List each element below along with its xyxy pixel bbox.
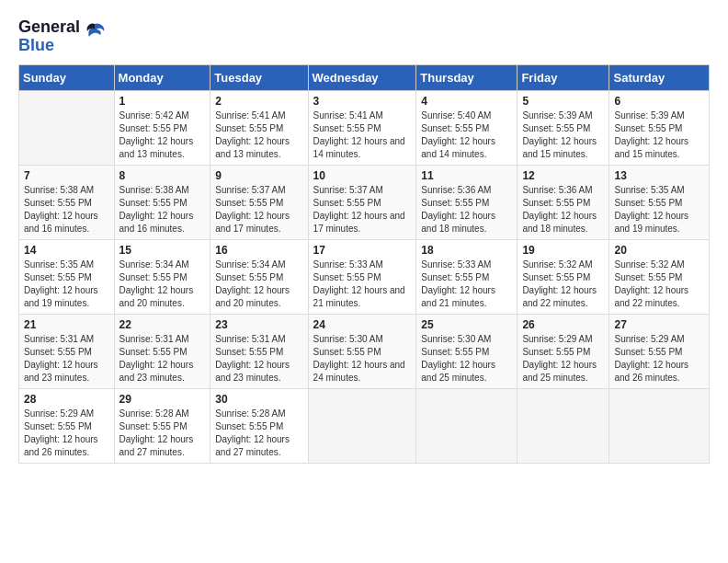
day-info: Sunrise: 5:30 AMSunset: 5:55 PMDaylight:… [421, 333, 512, 385]
day-cell: 26Sunrise: 5:29 AMSunset: 5:55 PMDayligh… [518, 314, 609, 388]
day-cell: 22Sunrise: 5:31 AMSunset: 5:55 PMDayligh… [114, 314, 210, 388]
week-row-3: 21Sunrise: 5:31 AMSunset: 5:55 PMDayligh… [19, 314, 710, 388]
day-cell: 17Sunrise: 5:33 AMSunset: 5:55 PMDayligh… [308, 239, 416, 314]
day-info: Sunrise: 5:31 AMSunset: 5:55 PMDaylight:… [24, 333, 109, 385]
day-info: Sunrise: 5:33 AMSunset: 5:55 PMDaylight:… [313, 259, 412, 310]
week-row-0: 1Sunrise: 5:42 AMSunset: 5:55 PMDaylight… [19, 90, 710, 165]
day-info: Sunrise: 5:29 AMSunset: 5:55 PMDaylight:… [614, 333, 704, 385]
header-day-thursday: Thursday [416, 64, 518, 90]
day-number: 26 [522, 318, 604, 331]
day-cell: 16Sunrise: 5:34 AMSunset: 5:55 PMDayligh… [210, 239, 308, 314]
day-cell: 2Sunrise: 5:41 AMSunset: 5:55 PMDaylight… [210, 90, 308, 165]
day-info: Sunrise: 5:34 AMSunset: 5:55 PMDaylight:… [215, 259, 302, 310]
header-day-saturday: Saturday [609, 64, 710, 90]
day-cell: 25Sunrise: 5:30 AMSunset: 5:55 PMDayligh… [416, 314, 518, 388]
day-info: Sunrise: 5:38 AMSunset: 5:55 PMDaylight:… [119, 184, 206, 236]
logo-general: General [18, 18, 80, 37]
day-cell: 5Sunrise: 5:39 AMSunset: 5:55 PMDaylight… [518, 90, 609, 165]
day-number: 14 [24, 244, 109, 257]
week-row-1: 7Sunrise: 5:38 AMSunset: 5:55 PMDaylight… [19, 165, 710, 239]
day-info: Sunrise: 5:31 AMSunset: 5:55 PMDaylight:… [215, 333, 302, 385]
day-number: 2 [215, 95, 302, 108]
day-info: Sunrise: 5:37 AMSunset: 5:55 PMDaylight:… [313, 184, 412, 236]
day-cell: 29Sunrise: 5:28 AMSunset: 5:55 PMDayligh… [114, 388, 210, 463]
day-info: Sunrise: 5:37 AMSunset: 5:55 PMDaylight:… [215, 184, 302, 236]
day-cell [308, 388, 416, 463]
header-day-wednesday: Wednesday [308, 64, 416, 90]
day-cell: 12Sunrise: 5:36 AMSunset: 5:55 PMDayligh… [518, 165, 609, 239]
day-cell: 7Sunrise: 5:38 AMSunset: 5:55 PMDaylight… [19, 165, 115, 239]
day-number: 30 [215, 393, 302, 406]
day-number: 5 [522, 95, 604, 108]
day-number: 8 [119, 169, 206, 182]
week-row-4: 28Sunrise: 5:29 AMSunset: 5:55 PMDayligh… [19, 388, 710, 463]
day-info: Sunrise: 5:41 AMSunset: 5:55 PMDaylight:… [215, 109, 302, 161]
day-cell: 30Sunrise: 5:28 AMSunset: 5:55 PMDayligh… [210, 388, 308, 463]
day-cell [416, 388, 518, 463]
day-number: 23 [215, 318, 302, 331]
day-number: 10 [313, 169, 412, 182]
day-cell: 13Sunrise: 5:35 AMSunset: 5:55 PMDayligh… [609, 165, 710, 239]
day-cell: 19Sunrise: 5:32 AMSunset: 5:55 PMDayligh… [518, 239, 609, 314]
calendar-header-row: SundayMondayTuesdayWednesdayThursdayFrid… [19, 64, 710, 90]
day-info: Sunrise: 5:41 AMSunset: 5:55 PMDaylight:… [313, 109, 412, 161]
day-number: 4 [421, 95, 512, 108]
day-number: 13 [614, 169, 704, 182]
day-number: 29 [119, 393, 206, 406]
day-number: 6 [614, 95, 704, 108]
day-number: 11 [421, 169, 512, 182]
day-info: Sunrise: 5:33 AMSunset: 5:55 PMDaylight:… [421, 259, 512, 310]
day-cell: 6Sunrise: 5:39 AMSunset: 5:55 PMDaylight… [609, 90, 710, 165]
day-info: Sunrise: 5:28 AMSunset: 5:55 PMDaylight:… [215, 408, 302, 459]
day-info: Sunrise: 5:35 AMSunset: 5:55 PMDaylight:… [614, 184, 704, 236]
logo: General Blue [18, 18, 108, 55]
day-number: 1 [119, 95, 206, 108]
day-info: Sunrise: 5:31 AMSunset: 5:55 PMDaylight:… [119, 333, 206, 385]
day-cell: 23Sunrise: 5:31 AMSunset: 5:55 PMDayligh… [210, 314, 308, 388]
calendar-table: SundayMondayTuesdayWednesdayThursdayFrid… [18, 64, 710, 464]
day-info: Sunrise: 5:29 AMSunset: 5:55 PMDaylight:… [522, 333, 604, 385]
day-number: 27 [614, 318, 704, 331]
day-number: 21 [24, 318, 109, 331]
logo-bird-icon [82, 20, 108, 46]
day-cell: 9Sunrise: 5:37 AMSunset: 5:55 PMDaylight… [210, 165, 308, 239]
day-number: 9 [215, 169, 302, 182]
day-number: 3 [313, 95, 412, 108]
day-number: 24 [313, 318, 412, 331]
week-row-2: 14Sunrise: 5:35 AMSunset: 5:55 PMDayligh… [19, 239, 710, 314]
day-number: 25 [421, 318, 512, 331]
day-info: Sunrise: 5:42 AMSunset: 5:55 PMDaylight:… [119, 109, 206, 161]
header-day-tuesday: Tuesday [210, 64, 308, 90]
day-info: Sunrise: 5:36 AMSunset: 5:55 PMDaylight:… [522, 184, 604, 236]
day-number: 7 [24, 169, 109, 182]
day-info: Sunrise: 5:36 AMSunset: 5:55 PMDaylight:… [421, 184, 512, 236]
day-cell: 14Sunrise: 5:35 AMSunset: 5:55 PMDayligh… [19, 239, 115, 314]
day-number: 16 [215, 244, 302, 257]
day-cell: 15Sunrise: 5:34 AMSunset: 5:55 PMDayligh… [114, 239, 210, 314]
day-number: 17 [313, 244, 412, 257]
header: General Blue [18, 18, 710, 55]
day-info: Sunrise: 5:39 AMSunset: 5:55 PMDaylight:… [522, 109, 604, 161]
day-info: Sunrise: 5:28 AMSunset: 5:55 PMDaylight:… [119, 408, 206, 459]
day-cell: 3Sunrise: 5:41 AMSunset: 5:55 PMDaylight… [308, 90, 416, 165]
day-info: Sunrise: 5:34 AMSunset: 5:55 PMDaylight:… [119, 259, 206, 310]
day-info: Sunrise: 5:39 AMSunset: 5:55 PMDaylight:… [614, 109, 704, 161]
day-info: Sunrise: 5:29 AMSunset: 5:55 PMDaylight:… [24, 408, 109, 459]
day-number: 20 [614, 244, 704, 257]
day-cell: 20Sunrise: 5:32 AMSunset: 5:55 PMDayligh… [609, 239, 710, 314]
day-cell [518, 388, 609, 463]
day-number: 22 [119, 318, 206, 331]
header-day-monday: Monday [114, 64, 210, 90]
day-info: Sunrise: 5:32 AMSunset: 5:55 PMDaylight:… [522, 259, 604, 310]
day-number: 19 [522, 244, 604, 257]
day-number: 12 [522, 169, 604, 182]
day-cell: 21Sunrise: 5:31 AMSunset: 5:55 PMDayligh… [19, 314, 115, 388]
day-cell: 28Sunrise: 5:29 AMSunset: 5:55 PMDayligh… [19, 388, 115, 463]
day-cell: 24Sunrise: 5:30 AMSunset: 5:55 PMDayligh… [308, 314, 416, 388]
day-info: Sunrise: 5:32 AMSunset: 5:55 PMDaylight:… [614, 259, 704, 310]
day-cell: 8Sunrise: 5:38 AMSunset: 5:55 PMDaylight… [114, 165, 210, 239]
day-info: Sunrise: 5:40 AMSunset: 5:55 PMDaylight:… [421, 109, 512, 161]
logo-blue: Blue [18, 37, 80, 55]
day-cell: 1Sunrise: 5:42 AMSunset: 5:55 PMDaylight… [114, 90, 210, 165]
day-cell: 4Sunrise: 5:40 AMSunset: 5:55 PMDaylight… [416, 90, 518, 165]
